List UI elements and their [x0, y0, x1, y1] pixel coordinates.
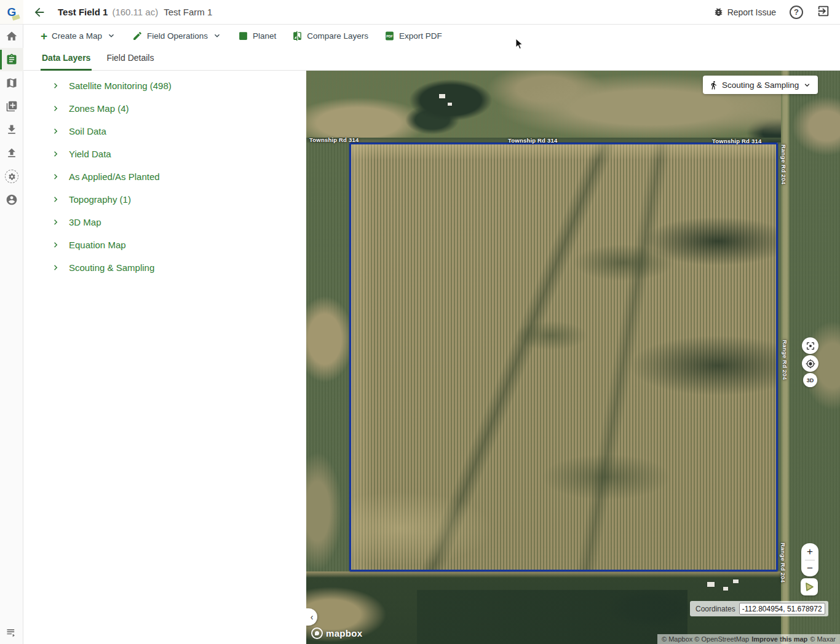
nav-account[interactable] [0, 188, 23, 211]
layer-soil-data[interactable]: Soil Data [23, 120, 306, 143]
back-button[interactable] [30, 2, 49, 22]
layer-topography[interactable]: Topography (1) [23, 188, 306, 211]
settings-gear-icon [5, 170, 18, 183]
create-map-button[interactable]: + Create a Map [41, 30, 116, 42]
coordinates-input[interactable] [739, 603, 825, 615]
layer-zones-map[interactable]: Zones Map (4) [23, 97, 306, 120]
road-label-range-mid: Range Rd 204 [782, 340, 788, 380]
nav-fields[interactable] [0, 48, 23, 71]
layer-satellite-monitoring[interactable]: Satellite Monitoring (498) [23, 74, 306, 97]
coordinates-label: Coordinates [695, 605, 735, 613]
field-title: Test Field 1 [58, 7, 108, 17]
toggle-3d-button[interactable]: 3D [803, 373, 817, 387]
field-operations-button[interactable]: Field Operations [132, 31, 222, 41]
zoom-in-button[interactable]: + [801, 543, 818, 560]
layer-as-applied[interactable]: As Applied/As Planted [23, 165, 306, 188]
export-pdf-button[interactable]: PDF Export PDF [384, 31, 442, 41]
road-label-township-left: Township Rd 314 [309, 136, 359, 143]
map-toolbar: + Create a Map Field Operations Planet C… [23, 25, 840, 47]
add-map-icon [6, 100, 18, 112]
road-label-township-center: Township Rd 314 [508, 137, 557, 144]
back-arrow-icon [33, 6, 46, 19]
nav-maps[interactable] [0, 71, 23, 95]
chevron-right-icon [50, 240, 61, 250]
farm-name: Test Farm 1 [164, 7, 212, 17]
chevron-down-icon [802, 80, 812, 90]
chevron-right-icon [50, 80, 61, 91]
layer-scouting-sampling[interactable]: Scouting & Sampling [23, 256, 306, 279]
compare-icon [292, 31, 303, 41]
nav-settings[interactable] [0, 165, 23, 188]
zoom-control: + − [801, 543, 818, 576]
mapbox-icon [311, 627, 323, 639]
chevron-right-icon [50, 126, 61, 136]
map-icon [6, 77, 18, 89]
exit-icon [817, 4, 830, 18]
fields-clipboard-icon [6, 53, 18, 66]
fit-bounds-button[interactable] [802, 337, 818, 354]
farm-building [707, 582, 715, 587]
chevron-right-icon [50, 194, 61, 205]
help-icon: ? [794, 7, 799, 17]
zoom-out-button[interactable]: − [801, 560, 818, 577]
nav-download[interactable] [0, 118, 23, 141]
compare-layers-button[interactable]: Compare Layers [292, 31, 368, 41]
chevron-right-icon [50, 103, 61, 114]
road-label-township-right: Township Rd 314 [712, 138, 761, 144]
nav-menu-bottom[interactable] [0, 621, 23, 644]
planet-button[interactable]: Planet [238, 31, 276, 41]
pencil-icon [132, 31, 143, 41]
top-bar: Test Field 1 (160.11 ac) Test Farm 1 Rep… [23, 0, 840, 25]
map-attribution: © Mapbox © OpenStreetMap Improve this ma… [657, 634, 840, 644]
compare-layers-label: Compare Layers [307, 31, 368, 41]
chevron-right-icon [50, 262, 61, 273]
farm-building [448, 103, 452, 106]
svg-text:PDF: PDF [386, 34, 393, 37]
nav-upload[interactable] [0, 141, 23, 165]
map-canvas[interactable]: Township Rd 314 Township Rd 314 Township… [306, 71, 840, 644]
menu-list-icon [6, 626, 18, 638]
top-bar-actions: Report Issue ? [713, 4, 830, 20]
report-issue-label: Report Issue [727, 7, 776, 17]
planet-label: Planet [253, 31, 276, 41]
mapbox-logo[interactable]: mapbox [311, 627, 362, 639]
plus-icon: + [41, 30, 47, 42]
help-button[interactable]: ? [790, 6, 803, 19]
app-window: G [0, 0, 840, 644]
improve-map-link[interactable]: Improve this map [751, 635, 807, 643]
upload-icon [6, 147, 18, 159]
my-location-icon [806, 359, 815, 369]
tab-field-details[interactable]: Field Details [105, 53, 155, 70]
home-icon [6, 30, 18, 42]
farm-building [439, 94, 445, 98]
field-operations-label: Field Operations [147, 31, 208, 41]
attribution-text: © Mapbox © OpenStreetMap [662, 635, 749, 643]
layer-equation-map[interactable]: Equation Map [23, 234, 306, 256]
bug-icon [713, 7, 724, 17]
geolocate-button[interactable] [802, 355, 818, 372]
panel-tabs: Data Layers Field Details [23, 47, 840, 71]
field-boundary[interactable] [349, 143, 778, 571]
data-layers-panel: Satellite Monitoring (498) Zones Map (4)… [23, 71, 306, 644]
account-icon [6, 194, 18, 206]
3d-icon: 3D [807, 377, 814, 383]
layer-3d-map[interactable]: 3D Map [23, 211, 306, 234]
logout-button[interactable] [817, 4, 830, 20]
create-map-label: Create a Map [52, 31, 102, 41]
road-label-range-top: Range Rd 204 [780, 144, 787, 184]
report-issue-button[interactable]: Report Issue [713, 7, 776, 17]
farm-building [733, 579, 739, 583]
nav-add-map[interactable] [0, 95, 23, 118]
app-logo[interactable]: G [0, 0, 23, 25]
chevron-down-icon [212, 31, 222, 41]
left-nav-rail: G [0, 0, 23, 644]
nav-home[interactable] [0, 25, 23, 48]
planet-image-icon [238, 31, 248, 41]
layer-yield-data[interactable]: Yield Data [23, 143, 306, 165]
coordinates-widget: Coordinates [690, 601, 828, 616]
mode-button-label: Scouting & Sampling [722, 80, 799, 90]
map-satellite-left [306, 143, 349, 571]
tab-data-layers[interactable]: Data Layers [41, 53, 92, 70]
scouting-sampling-mode-button[interactable]: Scouting & Sampling [703, 76, 818, 94]
basemap-toggle-button[interactable] [801, 578, 818, 595]
